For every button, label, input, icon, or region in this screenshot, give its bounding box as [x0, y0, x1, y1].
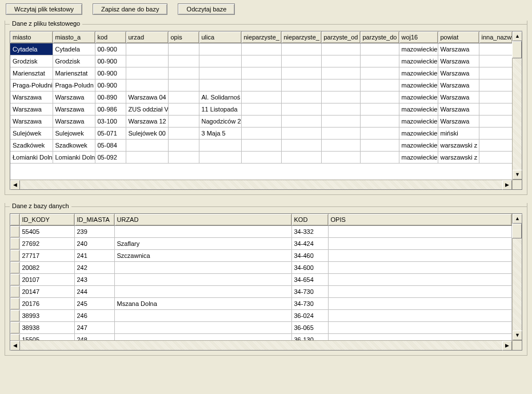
cell[interactable]: 27717	[19, 250, 74, 262]
cell[interactable]	[321, 116, 360, 128]
column-header[interactable]: miasto_a	[53, 31, 95, 43]
cell[interactable]	[241, 104, 281, 116]
cell[interactable]	[360, 91, 399, 104]
cell[interactable]	[328, 238, 512, 250]
cell[interactable]	[479, 128, 512, 140]
cell[interactable]	[328, 262, 512, 274]
cell[interactable]: 05-084	[95, 140, 126, 152]
cell[interactable]: mazowieckie	[399, 128, 438, 140]
cell[interactable]: Sulejówek	[10, 128, 53, 140]
cell[interactable]	[199, 43, 241, 55]
cell[interactable]: Cytadela	[53, 43, 95, 55]
cell[interactable]: Warszawa 12	[126, 116, 168, 128]
column-header[interactable]: OPIS	[328, 214, 512, 226]
cell[interactable]	[321, 79, 360, 91]
cell[interactable]: mazowieckie	[399, 91, 438, 104]
table-row[interactable]: 2014724434-730	[10, 286, 512, 298]
table-row[interactable]: MariensztatMariensztat00-900mazowieckieW…	[10, 67, 512, 79]
cell[interactable]	[126, 140, 168, 152]
row-marker-header[interactable]	[10, 214, 19, 226]
table-row[interactable]: 3899324636-024	[10, 310, 512, 322]
cell[interactable]	[479, 104, 512, 116]
scroll-left-icon[interactable]: ◀	[10, 341, 20, 351]
cell[interactable]	[281, 128, 321, 140]
cell[interactable]: 247	[74, 322, 114, 334]
table-row[interactable]: 3893824736-065	[10, 322, 512, 334]
column-header[interactable]: nieparzyste_	[241, 31, 281, 43]
cell[interactable]: 00-890	[95, 91, 126, 104]
cell[interactable]	[360, 79, 399, 91]
cell[interactable]	[281, 43, 321, 55]
cell[interactable]	[328, 226, 512, 238]
cell[interactable]: 38993	[19, 310, 74, 322]
cell[interactable]: 00-986	[95, 104, 126, 116]
cell[interactable]: Mariensztat	[10, 67, 53, 79]
cell[interactable]	[281, 104, 321, 116]
column-header[interactable]: KOD	[291, 214, 328, 226]
scroll-up-icon[interactable]: ▲	[513, 214, 522, 224]
cell[interactable]	[321, 91, 360, 104]
cell[interactable]: Warszawa	[438, 55, 479, 67]
cell[interactable]: 27692	[19, 238, 74, 250]
cell[interactable]	[241, 55, 281, 67]
cell[interactable]: Mszana Dolna	[114, 298, 291, 310]
cell[interactable]: mazowieckie	[399, 104, 438, 116]
cell[interactable]: Szczawnica	[114, 250, 291, 262]
table-row[interactable]: SulejówekSulejowek05-071Sulejówek 003 Ma…	[10, 128, 512, 140]
cell[interactable]	[479, 152, 512, 164]
vertical-scrollbar[interactable]: ▲ ▼	[512, 31, 522, 180]
cell[interactable]	[281, 152, 321, 164]
table-row[interactable]: WarszawaWarszawa03-100Warszawa 12Nagodzi…	[10, 116, 512, 128]
cell[interactable]	[241, 67, 281, 79]
column-header[interactable]: parzyste_do	[360, 31, 399, 43]
cell[interactable]: 244	[74, 286, 114, 298]
cell[interactable]	[168, 67, 199, 79]
cell[interactable]	[321, 43, 360, 55]
column-header[interactable]: ID_MIASTA	[74, 214, 114, 226]
cell[interactable]: 241	[74, 250, 114, 262]
cell[interactable]: Grodzisk	[53, 55, 95, 67]
cell[interactable]: Mariensztat	[53, 67, 95, 79]
cell[interactable]: 242	[74, 262, 114, 274]
table-row[interactable]: CytadelaCytadela00-900mazowieckieWarszaw…	[10, 43, 512, 55]
cell[interactable]	[168, 152, 199, 164]
column-header[interactable]: powiat	[438, 31, 479, 43]
cell[interactable]: miński	[438, 128, 479, 140]
cell[interactable]: Warszawa	[10, 91, 53, 104]
cell[interactable]: 245	[74, 298, 114, 310]
cell[interactable]	[168, 55, 199, 67]
cell[interactable]: 3 Maja 5	[199, 128, 241, 140]
cell[interactable]: Warszawa	[53, 91, 95, 104]
cell[interactable]	[241, 79, 281, 91]
cell[interactable]: Lomianki Doln	[53, 152, 95, 164]
cell[interactable]	[281, 55, 321, 67]
cell[interactable]: Warszawa	[438, 116, 479, 128]
scroll-up-icon[interactable]: ▲	[513, 31, 522, 41]
column-header[interactable]: miasto	[10, 31, 53, 43]
table-row[interactable]: 27692240Szaflary34-424	[10, 238, 512, 250]
cell[interactable]	[199, 55, 241, 67]
table-row[interactable]: Łomianki DolnLomianki Doln05-092mazowiec…	[10, 152, 512, 164]
table-row[interactable]: 2010724334-654	[10, 274, 512, 286]
cell[interactable]: 34-730	[291, 298, 328, 310]
cell[interactable]: Warszawa	[53, 104, 95, 116]
cell[interactable]	[281, 116, 321, 128]
cell[interactable]	[168, 91, 199, 104]
cell[interactable]	[168, 116, 199, 128]
cell[interactable]	[168, 104, 199, 116]
cell[interactable]: Sulejowek	[53, 128, 95, 140]
cell[interactable]	[328, 322, 512, 334]
column-header[interactable]: opis	[168, 31, 199, 43]
table-row[interactable]: 5540523934-332	[10, 226, 512, 238]
cell[interactable]	[241, 152, 281, 164]
column-header[interactable]: ID_KODY	[19, 214, 74, 226]
cell[interactable]: mazowieckie	[399, 152, 438, 164]
cell[interactable]	[281, 140, 321, 152]
scroll-down-icon[interactable]: ▼	[513, 331, 522, 340]
cell[interactable]	[360, 116, 399, 128]
cell[interactable]	[114, 226, 291, 238]
cell[interactable]: ZUS oddział V	[126, 104, 168, 116]
grid-text-file[interactable]: miastomiasto_akodurzadopisulicanieparzys…	[10, 31, 522, 190]
cell[interactable]: 00-900	[95, 67, 126, 79]
cell[interactable]: 34-460	[291, 250, 328, 262]
